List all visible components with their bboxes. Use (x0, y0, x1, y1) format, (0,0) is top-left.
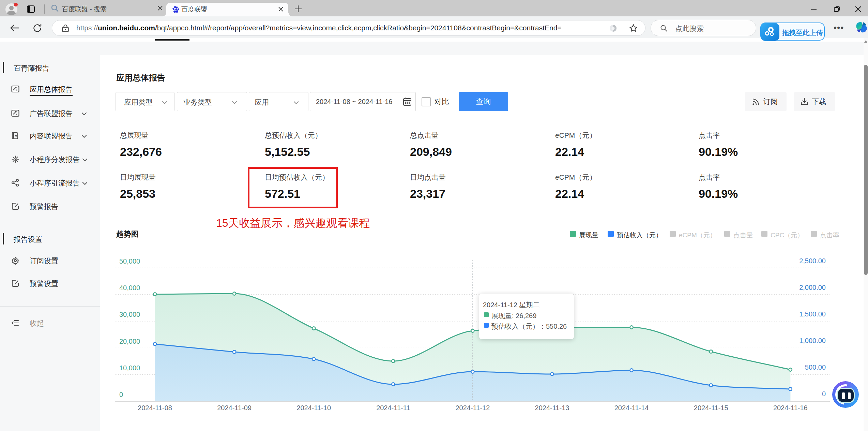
svg-text:2024-11-16: 2024-11-16 (773, 404, 808, 412)
svg-text:2024-11-15: 2024-11-15 (694, 404, 728, 412)
svg-text:0: 0 (119, 391, 123, 398)
svg-text:2,500.00: 2,500.00 (799, 257, 826, 265)
svg-text:1,500.00: 1,500.00 (799, 310, 826, 318)
svg-text:2,000.00: 2,000.00 (799, 284, 826, 291)
svg-text:2024-11-11: 2024-11-11 (376, 404, 410, 412)
svg-text:500.00: 500.00 (805, 363, 826, 371)
svg-text:2024-11-12: 2024-11-12 (455, 404, 490, 412)
svg-text:1,000.00: 1,000.00 (799, 337, 826, 344)
svg-text:10,000: 10,000 (119, 364, 140, 372)
svg-text:30,000: 30,000 (119, 311, 140, 318)
svg-text:40,000: 40,000 (119, 284, 140, 292)
svg-text:50,000: 50,000 (119, 257, 140, 265)
svg-text:2024-11-08: 2024-11-08 (138, 404, 172, 412)
svg-text:2024-11-14: 2024-11-14 (614, 404, 649, 412)
svg-text:20,000: 20,000 (119, 338, 140, 345)
svg-text:0: 0 (822, 390, 826, 398)
svg-text:2024-11-13: 2024-11-13 (535, 404, 569, 412)
svg-text:2024-11-09: 2024-11-09 (217, 404, 252, 412)
svg-text:2024-11-10: 2024-11-10 (296, 404, 331, 412)
svg-text:du: du (174, 9, 177, 12)
